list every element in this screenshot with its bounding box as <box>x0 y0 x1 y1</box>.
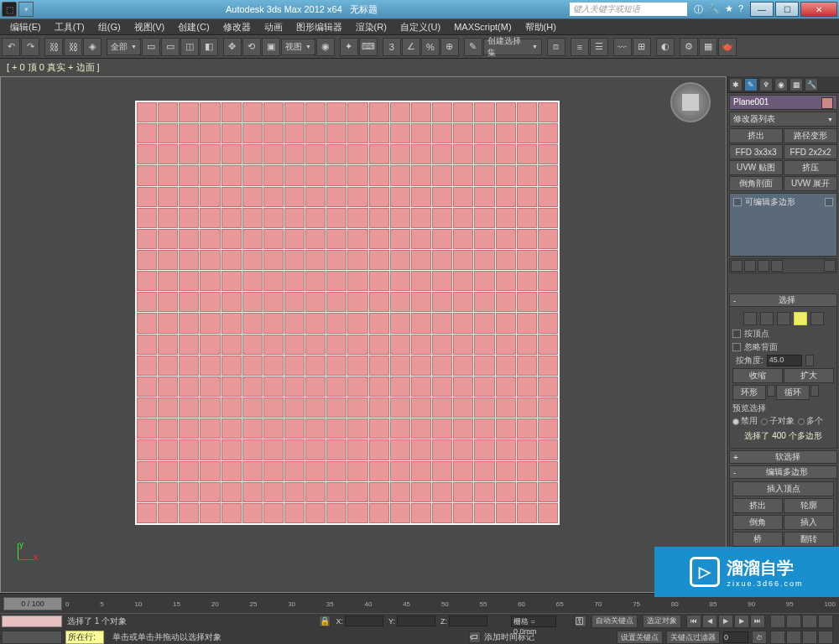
select-icon[interactable]: ▭ <box>142 38 160 56</box>
preview-multi-radio[interactable] <box>798 418 805 425</box>
mod-btn-ffd2[interactable]: FFD 2x2x2 <box>784 144 837 159</box>
spinner-snap-icon[interactable]: ⊕ <box>440 38 459 56</box>
mod-btn-unwrap[interactable]: UVW 展开 <box>784 176 837 191</box>
render-frame-icon[interactable]: ▦ <box>699 38 717 56</box>
maximize-button[interactable]: ☐ <box>775 2 799 17</box>
zoom-icon[interactable] <box>770 615 785 628</box>
menu-create[interactable]: 创建(C) <box>171 19 216 35</box>
selection-filter-dropdown[interactable]: 全部▼ <box>107 39 141 55</box>
max-toggle-icon[interactable] <box>818 631 833 644</box>
display-tab-icon[interactable]: ▦ <box>789 78 803 91</box>
flip-button[interactable]: 翻转 <box>784 532 834 547</box>
selected-filter-dropdown[interactable]: 选定对象 <box>643 615 681 628</box>
undo-icon[interactable]: ↶ <box>2 38 20 56</box>
mod-btn-pathdeform[interactable]: 路径变形 <box>784 128 837 143</box>
bind-icon[interactable]: ◈ <box>83 38 102 56</box>
motion-tab-icon[interactable]: ◉ <box>774 78 788 91</box>
shrink-button[interactable]: 收缩 <box>732 368 783 383</box>
star-icon[interactable]: ★ <box>725 3 733 16</box>
mod-btn-uvwmap[interactable]: UVW 贴图 <box>729 160 783 175</box>
orbit-icon[interactable] <box>802 631 817 644</box>
lock-icon[interactable]: 🔒 <box>319 615 331 627</box>
goto-end-icon[interactable]: ⏭ <box>750 615 765 628</box>
modifier-stack[interactable]: 可编辑多边形 <box>729 193 837 257</box>
app-menu-icon[interactable]: ▾ <box>18 2 34 17</box>
menu-help[interactable]: 帮助(H) <box>519 19 563 35</box>
wrench-icon[interactable]: 🔧 <box>708 3 720 16</box>
mini-listener[interactable] <box>2 631 62 644</box>
curve-editor-icon[interactable]: 〰 <box>613 38 632 56</box>
help-icon[interactable]: ? <box>738 3 743 16</box>
hierarchy-tab-icon[interactable]: ♆ <box>759 78 773 91</box>
loop-button[interactable]: 循环 <box>776 385 810 400</box>
ref-coord-dropdown[interactable]: 视图▼ <box>281 39 315 55</box>
insert-vertex-button[interactable]: 插入顶点 <box>732 481 834 496</box>
angle-snap-icon[interactable]: ∠ <box>402 38 420 56</box>
inset-button[interactable]: 插入 <box>784 515 834 530</box>
menu-group[interactable]: 组(G) <box>91 19 128 35</box>
rotate-icon[interactable]: ⟲ <box>242 38 261 56</box>
next-frame-icon[interactable]: ▶ <box>734 615 749 628</box>
schematic-icon[interactable]: ⊞ <box>633 38 651 56</box>
loop-spin-icon[interactable] <box>810 385 819 397</box>
modify-tab-icon[interactable]: ✎ <box>744 78 758 91</box>
object-color-swatch[interactable] <box>821 97 833 109</box>
coord-y-input[interactable] <box>397 615 435 626</box>
ring-spin-icon[interactable] <box>767 385 775 397</box>
align-icon[interactable]: ≡ <box>571 38 589 56</box>
keyboard-icon[interactable]: ⌨ <box>359 38 378 56</box>
rollout-edit-poly[interactable]: -编辑多边形 <box>729 465 837 479</box>
viewport-label[interactable]: [ + 0 顶 0 真实 + 边面 ] <box>0 59 839 76</box>
grow-button[interactable]: 扩大 <box>784 368 834 383</box>
spinner-arrows-icon[interactable] <box>805 355 814 366</box>
track-bar-left[interactable] <box>2 615 62 627</box>
zoom-all-icon[interactable] <box>786 615 801 628</box>
ignore-backfacing-checkbox[interactable] <box>732 343 741 351</box>
subobj-edge-icon[interactable] <box>760 312 774 325</box>
menu-maxscript[interactable]: MAXScript(M) <box>447 20 518 34</box>
create-tab-icon[interactable]: ✱ <box>729 78 743 91</box>
edit-named-sel-icon[interactable]: ✎ <box>464 38 482 56</box>
configure-sets-icon[interactable] <box>824 260 836 272</box>
percent-snap-icon[interactable]: % <box>421 38 440 56</box>
make-unique-icon[interactable] <box>758 260 769 272</box>
help-search-input[interactable]: 键入关键字或短语 <box>570 3 687 16</box>
time-config-icon[interactable]: ⏱ <box>752 631 767 644</box>
plane-mesh[interactable] <box>135 101 560 525</box>
subobj-polygon-icon[interactable] <box>794 312 807 325</box>
link-icon[interactable]: ⛓ <box>44 38 63 56</box>
walk-icon[interactable] <box>786 631 801 644</box>
named-selection-dropdown[interactable]: 创建选择集▼ <box>483 39 542 55</box>
mod-btn-squeeze[interactable]: 挤压 <box>784 160 837 175</box>
coord-z-input[interactable] <box>449 615 487 626</box>
window-crossing-icon[interactable]: ◧ <box>200 38 218 56</box>
key-filters-button[interactable]: 关键点过滤器 <box>666 631 720 644</box>
prev-frame-icon[interactable]: ◀ <box>702 615 717 628</box>
stack-item[interactable]: 可编辑多边形 <box>732 195 835 209</box>
menu-customize[interactable]: 自定义(U) <box>393 19 447 35</box>
redo-icon[interactable]: ↷ <box>21 38 39 56</box>
mod-btn-ffd3[interactable]: FFD 3x3x3 <box>729 144 783 159</box>
current-frame-input[interactable] <box>723 631 748 643</box>
info-icon[interactable]: ⓘ <box>694 3 703 16</box>
add-time-tag-label[interactable]: 添加时间标记 <box>484 631 534 643</box>
viewport[interactable]: yx <box>0 76 727 593</box>
select-region-icon[interactable]: ◫ <box>180 38 199 56</box>
select-name-icon[interactable]: ▭ <box>161 38 180 56</box>
subobj-border-icon[interactable] <box>777 312 790 325</box>
snap-toggle-icon[interactable]: 3 <box>383 38 401 56</box>
time-slider[interactable]: 0 / 100 <box>3 597 62 610</box>
menu-rendering[interactable]: 渲染(R) <box>349 19 393 35</box>
menu-tools[interactable]: 工具(T) <box>48 19 91 35</box>
viewcube-icon[interactable] <box>670 82 711 122</box>
ring-button[interactable]: 环形 <box>732 385 766 400</box>
extrude-button[interactable]: 挤出 <box>732 498 783 513</box>
mod-btn-extrude[interactable]: 挤出 <box>729 128 783 143</box>
by-vertex-checkbox[interactable] <box>732 330 741 338</box>
manipulate-icon[interactable]: ✦ <box>340 38 358 56</box>
menu-views[interactable]: 视图(V) <box>128 19 172 35</box>
remove-mod-icon[interactable] <box>771 260 783 272</box>
outline-button[interactable]: 轮廓 <box>784 498 834 513</box>
material-editor-icon[interactable]: ◐ <box>656 38 675 56</box>
angle-spinner[interactable]: 45.0 <box>767 355 802 366</box>
